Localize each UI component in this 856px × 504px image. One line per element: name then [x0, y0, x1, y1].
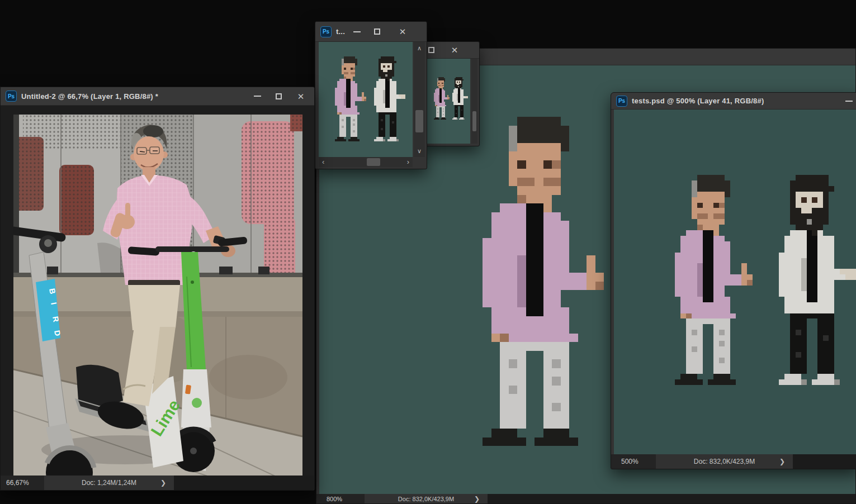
scroll-down-icon[interactable]: ∨ — [414, 146, 425, 156]
statusbar: 66,67% Doc: 1,24M/1,24M ❯ — [1, 476, 314, 490]
photo-man-with-scooters[interactable]: Lime B I R D — [13, 115, 302, 476]
window-title: Untitled-2 @ 66,7% (Layer 1, RGB/8#) * — [21, 92, 158, 101]
photoshop-file-icon: Ps — [616, 96, 627, 107]
titlebar[interactable]: Ps t... ✕ — [315, 22, 427, 42]
window-tests-psd: Ps tests.psd @ 500% (Layer 41, RGB/8#) 5… — [611, 92, 856, 469]
pixel-art-beard-figure — [452, 77, 468, 120]
window-small-float: Ps t... ✕ ∧ ∨ ‹ › — [315, 21, 427, 169]
minimize-button[interactable] — [840, 93, 856, 109]
photoshop-file-icon: Ps — [320, 26, 332, 37]
zoom-level-field[interactable]: 800% — [316, 494, 365, 503]
pixel-art-pink-figure — [483, 117, 604, 446]
doc-size-text: Doc: 832,0K/423,9M — [656, 458, 793, 465]
minimize-button[interactable] — [348, 22, 366, 41]
scrollbar-thumb[interactable] — [415, 110, 423, 132]
close-button[interactable]: ✕ — [394, 22, 412, 41]
document-canvas-tests[interactable] — [614, 110, 856, 454]
pixel-art-pink-figure — [434, 77, 450, 120]
scrollbar-thumb[interactable] — [472, 111, 476, 131]
pixel-art-pink-figure — [675, 175, 753, 385]
doc-size-text: Doc: 832,0K/423,9M — [365, 496, 488, 502]
photoshop-workspace: 800% Doc: 832,0K/423,9M ❯ ✕ Ps t... ✕ — [0, 0, 856, 504]
doc-size-text: Doc: 1,24M/1,24M — [44, 479, 174, 487]
photoshop-file-icon: Ps — [6, 91, 17, 102]
window-tiny-float: ✕ — [422, 41, 480, 146]
titlebar[interactable]: Ps Untitled-2 @ 66,7% (Layer 1, RGB/8#) … — [1, 87, 314, 106]
statusbar: 500% Doc: 832,0K/423,9M ❯ — [611, 454, 856, 469]
scrollbar-thumb[interactable] — [367, 158, 380, 166]
maximize-button[interactable] — [269, 87, 287, 105]
scroll-up-icon[interactable]: ∧ — [414, 43, 425, 53]
doc-size-field: Doc: 1,24M/1,24M ❯ — [44, 476, 174, 490]
document-canvas-tiny[interactable] — [425, 59, 470, 144]
status-expand-arrow-icon[interactable]: ❯ — [160, 476, 166, 490]
window-title: t... — [336, 27, 345, 36]
document-canvas-small[interactable] — [319, 42, 413, 157]
maximize-button[interactable] — [368, 22, 386, 41]
close-button[interactable]: ✕ — [447, 42, 462, 58]
pixel-art-beard-figure — [779, 175, 856, 385]
scroll-left-icon[interactable]: ‹ — [322, 157, 324, 167]
vertical-scrollbar[interactable]: ∧ ∨ — [414, 42, 425, 157]
pixel-art-beard-figure — [374, 56, 405, 141]
pixel-art-pink-figure — [335, 56, 366, 141]
zoom-level-field[interactable]: 500% — [611, 454, 656, 469]
horizontal-scrollbar[interactable]: ‹ › — [319, 157, 413, 167]
statusbar: 800% Doc: 832,0K/423,9M ❯ — [316, 494, 855, 503]
status-expand-arrow-icon[interactable]: ❯ — [779, 454, 785, 469]
window-untitled-2: Ps Untitled-2 @ 66,7% (Layer 1, RGB/8#) … — [0, 87, 315, 491]
minimize-button[interactable] — [248, 87, 266, 105]
doc-size-field: Doc: 832,0K/423,9M ❯ — [656, 454, 793, 469]
doc-size-field: Doc: 832,0K/423,9M ❯ — [365, 494, 488, 503]
zoom-level-field[interactable]: 66,67% — [1, 476, 44, 490]
status-expand-arrow-icon[interactable]: ❯ — [474, 494, 480, 503]
window-title: tests.psd @ 500% (Layer 41, RGB/8#) — [632, 97, 764, 105]
document-canvas-untitled[interactable]: Lime B I R D — [1, 106, 314, 476]
scroll-right-icon[interactable]: › — [407, 157, 409, 167]
vertical-scrollbar[interactable] — [471, 59, 477, 144]
titlebar[interactable]: ✕ — [422, 42, 479, 59]
titlebar[interactable]: Ps tests.psd @ 500% (Layer 41, RGB/8#) — [611, 93, 856, 110]
close-button[interactable]: ✕ — [292, 87, 310, 105]
